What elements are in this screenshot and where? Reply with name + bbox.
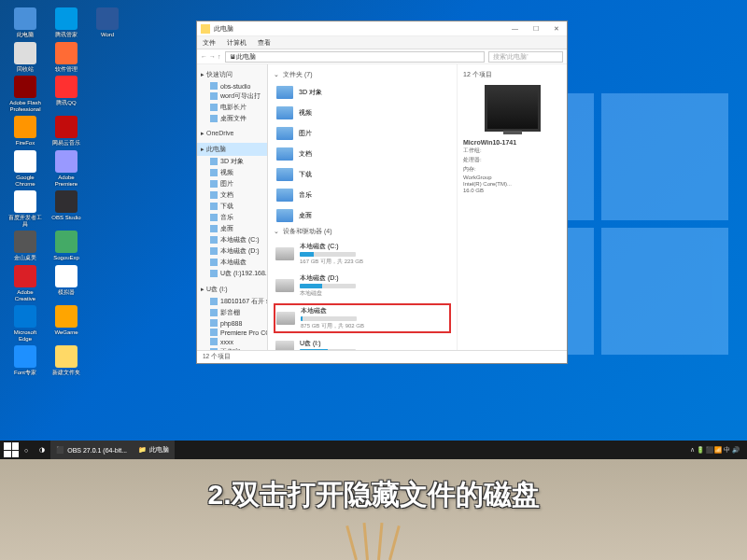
desktop-icons-grid: 此电脑腾讯管家Word回收站软件管理Adobe Flash Profession… (7, 7, 125, 376)
up-button[interactable]: ↑ (218, 53, 221, 60)
desktop-icon[interactable]: 此电脑 (7, 7, 43, 38)
desktop-icon[interactable]: Google Chrome (7, 150, 43, 187)
titlebar[interactable]: 此电脑 — ☐ ✕ (197, 21, 567, 36)
drive-item[interactable]: 本地磁盘875 GB 可用，共 902 GB (274, 303, 451, 333)
drive-item[interactable]: 本地磁盘 (D:)本地磁盘 (274, 272, 451, 300)
details-pane: 12 个项目 MicroWin10-1741 工作组:处理器:内存:WorkGr… (457, 64, 567, 350)
sidebar-item[interactable]: U盘 (I:)192.168.10.2 (197, 268, 267, 279)
sidebar-item[interactable]: 桌面 (197, 223, 267, 234)
sidebar-item[interactable]: 电影长片 (197, 102, 267, 113)
sidebar-item[interactable]: 本地磁盘 (D:) (197, 245, 267, 257)
desktop-icon[interactable]: WeGame (49, 305, 84, 342)
folder-item[interactable]: 3D 对象 (274, 83, 451, 102)
back-button[interactable]: ← (201, 53, 207, 60)
detail-line: 16.0 GB (463, 188, 561, 193)
forward-button[interactable]: → (209, 53, 216, 60)
sidebar-group-head[interactable]: ▸ OneDrive (197, 128, 267, 139)
breadcrumb: 此电脑 (236, 52, 256, 62)
desktop-icon[interactable]: 腾讯QQ (49, 76, 84, 112)
sidebar-item[interactable]: php888 (197, 318, 267, 328)
desktop-icon[interactable]: 模拟器 (49, 265, 84, 301)
main-content: ⌄ 文件夹 (7) 3D 对象视频图片文档下载音乐桌面 ⌄ 设备和驱动器 (4)… (268, 64, 457, 350)
desktop-icon[interactable]: Font专家 (7, 345, 43, 376)
sidebar-item[interactable]: word可导出打 (197, 91, 267, 102)
sidebar-item[interactable]: 下载 (197, 201, 267, 212)
close-button[interactable]: ✕ (550, 25, 563, 33)
file-explorer-window: 此电脑 — ☐ ✕ 文件计算机查看 ← → ↑ 🖥 此电脑 搜索'此电脑' ▸ … (196, 21, 568, 364)
ribbon-tab[interactable]: 计算机 (227, 38, 247, 48)
caption-text: 2.双击打开隐藏文件的磁盘 (207, 476, 539, 514)
sidebar-item[interactable]: 桌面文件 (197, 113, 267, 124)
search-button[interactable]: ○ (19, 441, 34, 459)
address-bar-row: ← → ↑ 🖥 此电脑 搜索'此电脑' (197, 49, 567, 64)
cortana-button[interactable]: ◑ (34, 441, 50, 459)
sidebar-item[interactable]: obs-studio (197, 81, 267, 91)
desktop-icon[interactable]: 百度开发者工具 (7, 190, 43, 227)
desktop-icon[interactable]: SogouExp (49, 231, 84, 261)
sidebar-item[interactable]: 影音棚 (197, 307, 267, 318)
desktop-icon[interactable]: 新建文件夹 (49, 345, 84, 376)
folder-item[interactable]: 文档 (274, 145, 451, 163)
drive-item[interactable]: U盘 (I:) (274, 337, 451, 350)
desktop-icon[interactable]: FireFox (7, 116, 43, 147)
detail-line: WorkGroup (463, 175, 561, 180)
sidebar-item[interactable]: 本地磁盘 (C:) (197, 234, 267, 245)
sidebar-item[interactable]: Premiere Pro CC20 (197, 328, 267, 337)
folder-item[interactable]: 视频 (274, 104, 451, 122)
chevron-down-icon: ⌄ (274, 228, 279, 235)
detail-line: Intel(R) Core(TM)... (463, 181, 561, 187)
details-head: 12 个项目 (463, 70, 561, 79)
address-bar[interactable]: 🖥 此电脑 (225, 51, 486, 63)
folder-item[interactable]: 音乐 (274, 186, 451, 204)
chevron-down-icon: ⌄ (274, 71, 279, 78)
ribbon-tab[interactable]: 查看 (258, 38, 271, 48)
sidebar-item[interactable]: xxxx (197, 337, 267, 346)
navigation-pane: ▸ 快速访问obs-studioword可导出打电影长片桌面文件▸ OneDri… (197, 64, 268, 350)
folder-item[interactable]: 图片 (274, 124, 451, 143)
sidebar-group-head[interactable]: ▸ 快速访问 (197, 68, 267, 81)
sidebar-item[interactable]: 文档 (197, 189, 267, 201)
desktop-icon[interactable]: Adobe Creative (7, 265, 43, 301)
window-title: 此电脑 (214, 24, 508, 34)
nav-buttons: ← → ↑ (201, 53, 221, 60)
ribbon-tab[interactable]: 文件 (203, 38, 216, 48)
start-button[interactable] (4, 442, 19, 457)
desktop-icon[interactable]: Word (90, 7, 125, 38)
desktop-icon[interactable]: 软件管理 (49, 42, 84, 73)
sidebar-item[interactable]: 图片 (197, 178, 267, 189)
drive-item[interactable]: 本地磁盘 (C:)167 GB 可用，共 223 GB (274, 240, 451, 268)
ribbon-tabs: 文件计算机查看 (197, 36, 567, 49)
desktop-icon[interactable]: 网易云音乐 (49, 116, 84, 147)
system-tray[interactable]: ∧ 🔋 ⬛ 📶 中 🔊 (690, 446, 743, 455)
desktop-icon[interactable]: Adobe Premiere (49, 150, 84, 187)
folder-item[interactable]: 桌面 (274, 206, 451, 225)
detail-line: 处理器: (463, 156, 561, 164)
sidebar-item[interactable]: 视频 (197, 167, 267, 178)
minimize-button[interactable]: — (508, 25, 522, 33)
pc-icon: 🖥 (230, 53, 236, 60)
sidebar-item[interactable]: 18010167 石开 st (197, 296, 267, 307)
taskbar-obs[interactable]: ⬛ OBS 27.0.1 (64-bit... (50, 441, 133, 459)
folder-item[interactable]: 下载 (274, 165, 451, 184)
taskbar-explorer[interactable]: 📁 此电脑 (133, 441, 175, 459)
search-input[interactable]: 搜索'此电脑' (488, 51, 563, 63)
desktop-icon[interactable]: Adobe Flash Professional (7, 76, 43, 112)
video-caption-overlay: 2.双击打开隐藏文件的磁盘 (0, 459, 747, 560)
folder-icon (201, 24, 210, 34)
sidebar-item[interactable]: 音乐 (197, 212, 267, 223)
sidebar-item[interactable]: 3D 对象 (197, 156, 267, 167)
taskbar: ○ ◑ ⬛ OBS 27.0.1 (64-bit... 📁 此电脑 ∧ 🔋 ⬛ … (0, 441, 747, 459)
maximize-button[interactable]: ☐ (529, 25, 543, 33)
desktop-icon[interactable]: OBS Studio (49, 190, 84, 227)
desktop-icon[interactable]: 腾讯管家 (49, 7, 84, 38)
desktop-icon[interactable]: 回收站 (7, 42, 43, 73)
sidebar-group-head[interactable]: ▸ U盘 (I:) (197, 283, 267, 296)
desktop-icon[interactable]: Microsoft Edge (7, 305, 43, 342)
drives-section-head[interactable]: ⌄ 设备和驱动器 (4) (274, 227, 451, 236)
desktop-icon[interactable]: 金山桌美 (7, 231, 43, 261)
window-controls: — ☐ ✕ (508, 25, 563, 33)
chair-decoration (345, 523, 402, 560)
sidebar-item[interactable]: 本地磁盘 (197, 257, 267, 268)
sidebar-group-head[interactable]: ▸ 此电脑 (197, 143, 267, 156)
folders-section-head[interactable]: ⌄ 文件夹 (7) (274, 70, 451, 79)
